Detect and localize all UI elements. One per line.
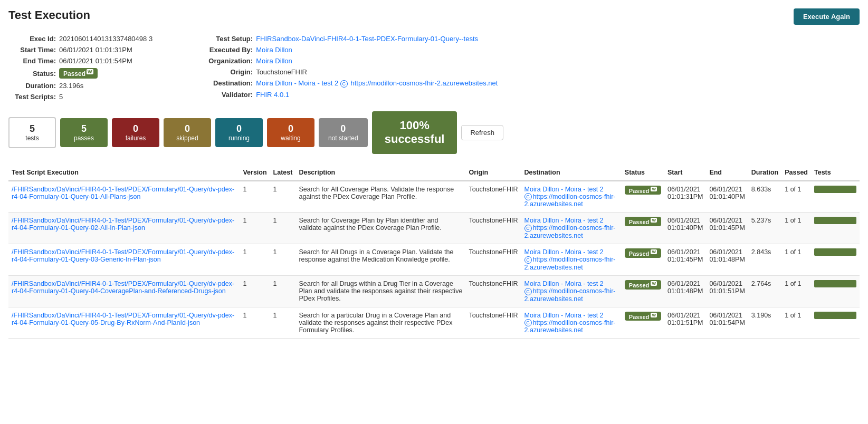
stat-tests: 5 tests: [8, 117, 56, 148]
circle-c-icon: C: [524, 225, 532, 232]
cell-tests: [811, 307, 860, 339]
status-badge: Passed W: [625, 248, 661, 258]
script-link[interactable]: /FHIRSandbox/DaVinci/FHIR4-0-1-Test/PDEX…: [12, 312, 234, 326]
cell-duration: 3.190s: [748, 307, 781, 339]
destination-url-link[interactable]: https://modillon-cosmos-fhir-2.azurewebs…: [524, 256, 616, 271]
col-destination: Destination: [521, 165, 622, 181]
progress-bar: [814, 312, 856, 319]
cell-origin: TouchstoneFHIR: [465, 213, 521, 244]
cell-script: /FHIRSandbox/DaVinci/FHIR4-0-1-Test/PDEX…: [8, 275, 240, 307]
destination-value: Moira Dillon - Moira - test 2 C https://…: [256, 79, 498, 88]
cell-destination: Moira Dillon - Moira - test 2 Chttps://m…: [521, 213, 622, 244]
col-passed: Passed: [781, 165, 811, 181]
destination-name-link[interactable]: Moira Dillon - Moira - test 2: [524, 280, 618, 287]
script-link[interactable]: /FHIRSandbox/DaVinci/FHIR4-0-1-Test/PDEX…: [12, 186, 234, 200]
script-link[interactable]: /FHIRSandbox/DaVinci/FHIR4-0-1-Test/PDEX…: [12, 217, 234, 232]
cell-start: 06/01/202101:01:31PM: [664, 181, 706, 213]
start-time-label: Start Time:: [8, 46, 56, 54]
test-setup-value[interactable]: FHIRSandbox-DaVinci-FHIR4-0-1-Test-PDEX-…: [256, 35, 478, 43]
cell-duration: 2.843s: [748, 244, 781, 276]
page-title: Test Execution: [8, 8, 90, 22]
script-link[interactable]: /FHIRSandbox/DaVinci/FHIR4-0-1-Test/PDEX…: [12, 280, 234, 295]
circle-c-icon: C: [524, 193, 532, 200]
failures-label: failures: [126, 134, 146, 142]
cell-destination: Moira Dillon - Moira - test 2 Chttps://m…: [521, 244, 622, 276]
executed-by-value[interactable]: Moira Dillon: [256, 46, 292, 54]
cell-status: Passed W: [622, 275, 664, 307]
cell-start: 06/01/202101:01:48PM: [664, 275, 706, 307]
status-badge: Passed W: [625, 217, 661, 226]
exec-id-label: Exec Id:: [8, 35, 56, 43]
destination-url-link[interactable]: https://modillon-cosmos-fhir-2.azurewebs…: [524, 193, 616, 208]
destination-url-link[interactable]: https://modillon-cosmos-fhir-2.azurewebs…: [524, 319, 616, 334]
col-latest: Latest: [270, 165, 296, 181]
results-table: Test Script Execution Version Latest Des…: [8, 165, 860, 339]
progress-bar: [814, 248, 856, 256]
progress-bar: [814, 280, 856, 287]
status-badge: Passed W: [625, 312, 661, 321]
stat-running: 0 running: [215, 118, 263, 147]
cell-passed: 1 of 1: [781, 275, 811, 307]
destination-url-link[interactable]: https://modillon-cosmos-fhir-2.azurewebs…: [524, 224, 616, 239]
organization-value[interactable]: Moira Dillon: [256, 57, 292, 65]
cell-description: Search for All Coverage Plans. Validate …: [295, 181, 465, 213]
cell-latest: 1: [270, 275, 296, 307]
cell-version: 1: [240, 244, 270, 276]
cell-end: 06/01/202101:01:45PM: [706, 213, 748, 244]
progress-bar: [814, 186, 856, 193]
cell-duration: 2.764s: [748, 275, 781, 307]
destination-name-link[interactable]: Moira Dillon - Moira - test 2: [524, 248, 618, 256]
cell-passed: 1 of 1: [781, 244, 811, 276]
cell-origin: TouchstoneFHIR: [465, 275, 521, 307]
success-box: 100% successful: [372, 111, 457, 154]
destination-name-link[interactable]: Moira Dillon - Moira - test 2: [524, 217, 618, 224]
col-duration: Duration: [748, 165, 781, 181]
stat-not-started: 0 not started: [319, 118, 368, 147]
duration-value: 23.196s: [59, 82, 83, 90]
test-setup-label: Test Setup:: [195, 35, 253, 43]
running-count: 0: [236, 123, 242, 134]
not-started-count: 0: [340, 123, 346, 134]
cell-duration: 8.633s: [748, 181, 781, 213]
cell-latest: 1: [270, 213, 296, 244]
validator-value[interactable]: FHIR 4.0.1: [256, 91, 289, 99]
cell-script: /FHIRSandbox/DaVinci/FHIR4-0-1-Test/PDEX…: [8, 307, 240, 339]
col-version: Version: [240, 165, 270, 181]
cell-version: 1: [240, 307, 270, 339]
circle-c-icon: C: [340, 80, 348, 88]
cell-version: 1: [240, 275, 270, 307]
cell-destination: Moira Dillon - Moira - test 2 Chttps://m…: [521, 307, 622, 339]
success-pct: 100%: [385, 119, 445, 132]
cell-duration: 5.237s: [748, 213, 781, 244]
execute-again-button[interactable]: Execute Again: [794, 8, 860, 25]
exec-id-value: 20210601140131337480498 3: [59, 35, 152, 43]
script-link[interactable]: /FHIRSandbox/DaVinci/FHIR4-0-1-Test/PDEX…: [12, 248, 234, 263]
tests-count: 5: [30, 123, 35, 134]
cell-end: 06/01/202101:01:51PM: [706, 275, 748, 307]
destination-label: Destination:: [195, 79, 253, 87]
cell-description: Search for a particular Drug in a Covera…: [295, 307, 465, 339]
cell-start: 06/01/202101:01:45PM: [664, 244, 706, 276]
progress-bar: [814, 217, 856, 224]
waiting-count: 0: [288, 123, 293, 134]
skipped-label: skipped: [176, 134, 198, 142]
destination-name-link[interactable]: Moira Dillon - Moira - test 2: [524, 312, 618, 319]
cell-end: 06/01/202101:01:48PM: [706, 244, 748, 276]
col-description: Description: [295, 165, 465, 181]
cell-end: 06/01/202101:01:40PM: [706, 181, 748, 213]
cell-version: 1: [240, 213, 270, 244]
circle-c-icon: C: [524, 256, 532, 264]
destination-url-link[interactable]: https://modillon-cosmos-fhir-2.azurewebs…: [524, 287, 616, 303]
table-row: /FHIRSandbox/DaVinci/FHIR4-0-1-Test/PDEX…: [8, 307, 860, 339]
refresh-button[interactable]: Refresh: [461, 125, 503, 140]
stat-failures: 0 failures: [112, 118, 159, 147]
executed-by-label: Executed By:: [195, 46, 253, 54]
cell-latest: 1: [270, 181, 296, 213]
end-time-value: 06/01/2021 01:01:54PM: [59, 57, 132, 65]
destination-name-link[interactable]: Moira Dillon - Moira - test 2: [524, 186, 618, 193]
failures-count: 0: [133, 123, 138, 134]
cell-tests: [811, 275, 860, 307]
organization-label: Organization:: [195, 57, 253, 65]
col-tests: Tests: [811, 165, 860, 181]
cell-passed: 1 of 1: [781, 213, 811, 244]
